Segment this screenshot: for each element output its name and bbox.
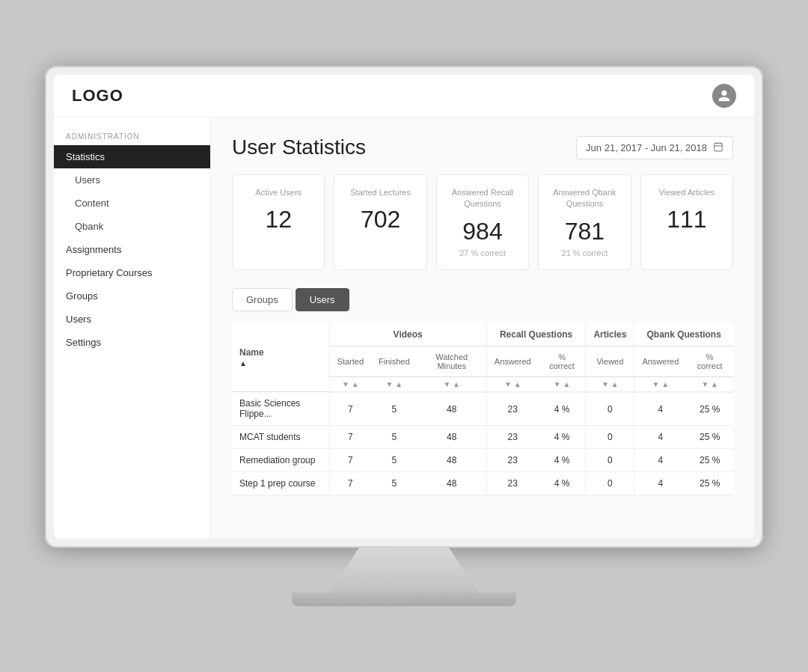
stat-value-4: 111: [653, 206, 720, 233]
logo: LOGO: [72, 86, 123, 106]
sidebar-item-settings[interactable]: Settings: [54, 331, 210, 354]
stats-row: Active Users 12 Started Lectures 702 Ans…: [232, 174, 733, 270]
row-qb-correct-1: 25 %: [686, 426, 733, 449]
row-name-3: Step 1 prep course: [232, 472, 329, 495]
data-table: Name ▲ Videos Recall Questions Articles …: [232, 323, 733, 496]
sidebar-item-assignments[interactable]: Assignments: [54, 238, 210, 261]
sort-rq-answered[interactable]: ▼ ▲: [486, 376, 538, 392]
col-header-watched: Watched Minutes: [417, 346, 487, 376]
stat-card-started-lectures: Started Lectures 702: [334, 174, 426, 270]
col-header-qb-answered: Answered: [634, 346, 686, 376]
sort-finished[interactable]: ▼ ▲: [371, 376, 417, 392]
page-header: User Statistics Jun 21, 2017 - Jun 21, 2…: [232, 135, 733, 159]
row-rq-correct-3: 4 %: [539, 472, 586, 495]
row-qb-answered-2: 4: [634, 449, 686, 472]
col-header-art-viewed: Viewed: [586, 346, 634, 376]
col-header-started: Started: [329, 346, 371, 376]
row-v-finished-0: 5: [371, 392, 417, 426]
stat-sub-3: 21 % correct: [551, 248, 618, 257]
stat-card-viewed-articles: Viewed Articles 111: [640, 174, 733, 270]
stat-value-0: 12: [245, 206, 312, 233]
stat-card-qbank-questions: Answered Qbank Questions 781 21 % correc…: [538, 174, 631, 270]
app-body: ADMINISTRATION Statistics Users Content …: [54, 117, 754, 539]
row-v-finished-3: 5: [371, 472, 417, 495]
tab-users[interactable]: Users: [296, 288, 349, 311]
row-art-viewed-0: 0: [586, 392, 634, 426]
stat-value-3: 781: [551, 218, 618, 245]
sidebar-item-qbank[interactable]: Qbank: [54, 215, 210, 238]
row-rq-answered-3: 23: [486, 472, 538, 495]
stat-card-active-users: Active Users 12: [232, 174, 325, 270]
col-header-rq-correct: % correct: [539, 346, 586, 376]
sidebar-section-label: ADMINISTRATION: [54, 123, 210, 145]
sidebar-item-users[interactable]: Users: [54, 168, 210, 192]
date-range-selector[interactable]: Jun 21, 2017 - Jun 21, 2018: [576, 136, 733, 159]
stat-value-1: 702: [346, 206, 414, 233]
row-v-started-0: 7: [329, 392, 371, 426]
stat-card-recall-questions: Answered Recall Questions 984 27 % corre…: [436, 174, 529, 270]
stat-label-3: Answered Qbank Questions: [551, 187, 618, 210]
svg-rect-0: [714, 143, 723, 151]
row-rq-correct-0: 4 %: [539, 392, 586, 426]
sidebar-item-groups[interactable]: Groups: [54, 284, 210, 308]
main-content: User Statistics Jun 21, 2017 - Jun 21, 2…: [211, 117, 754, 539]
col-group-articles: Articles: [586, 323, 634, 346]
stat-label-1: Started Lectures: [346, 187, 414, 198]
sort-rq-correct[interactable]: ▼ ▲: [539, 376, 586, 392]
row-rq-answered-1: 23: [486, 426, 538, 449]
page-title: User Statistics: [232, 135, 366, 159]
row-qb-correct-0: 25 %: [686, 392, 733, 426]
row-rq-answered-2: 23: [486, 449, 538, 472]
date-range-text: Jun 21, 2017 - Jun 21, 2018: [586, 142, 707, 153]
col-header-qb-correct: % correct: [686, 346, 733, 376]
calendar-icon: [713, 141, 723, 154]
stat-sub-2: 27 % correct: [449, 248, 516, 257]
sidebar-item-proprietary-courses[interactable]: Proprietary Courses: [54, 261, 210, 284]
sort-qb-correct[interactable]: ▼ ▲: [686, 376, 733, 392]
row-art-viewed-2: 0: [586, 449, 634, 472]
sort-arrow-name[interactable]: ▲: [239, 359, 247, 367]
sidebar: ADMINISTRATION Statistics Users Content …: [54, 117, 211, 539]
sidebar-item-users2[interactable]: Users: [54, 308, 210, 331]
row-v-started-1: 7: [329, 426, 371, 449]
row-qb-answered-0: 4: [634, 392, 686, 426]
table-row: Basic Sciences Flippe... 7 5 48 23 4 % 0…: [232, 392, 733, 426]
col-group-qbank: Qbank Questions: [634, 323, 733, 346]
stat-label-4: Viewed Articles: [653, 187, 720, 198]
col-header-rq-answered: Answered: [486, 346, 538, 376]
monitor-stand: [329, 548, 479, 593]
row-v-started-3: 7: [329, 472, 371, 495]
row-v-finished-2: 5: [371, 449, 417, 472]
sort-art-viewed[interactable]: ▼ ▲: [586, 376, 634, 392]
row-rq-correct-1: 4 %: [539, 426, 586, 449]
sort-started[interactable]: ▼ ▲: [329, 376, 371, 392]
app-header: LOGO: [54, 75, 754, 117]
row-name-2: Remediation group: [232, 449, 329, 472]
row-rq-answered-0: 23: [486, 392, 538, 426]
tab-groups[interactable]: Groups: [232, 288, 293, 311]
row-v-watched-0: 48: [417, 392, 487, 426]
table-row: Remediation group 7 5 48 23 4 % 0 4 25 %: [232, 449, 733, 472]
row-qb-answered-1: 4: [634, 426, 686, 449]
row-qb-correct-2: 25 %: [686, 449, 733, 472]
stat-label-0: Active Users: [245, 187, 312, 198]
row-rq-correct-2: 4 %: [539, 449, 586, 472]
table-row: MCAT students 7 5 48 23 4 % 0 4 25 %: [232, 426, 733, 449]
sort-qb-answered[interactable]: ▼ ▲: [634, 376, 686, 392]
row-art-viewed-3: 0: [586, 472, 634, 495]
stat-value-2: 984: [449, 218, 516, 245]
col-group-videos: Videos: [329, 323, 486, 346]
sidebar-item-statistics[interactable]: Statistics: [54, 145, 210, 168]
monitor-base: [292, 593, 516, 606]
table-row: Step 1 prep course 7 5 48 23 4 % 0 4 25 …: [232, 472, 733, 495]
row-v-watched-3: 48: [417, 472, 487, 495]
row-qb-answered-3: 4: [634, 472, 686, 495]
tabs-row: Groups Users: [232, 288, 733, 311]
row-qb-correct-3: 25 %: [686, 472, 733, 495]
row-art-viewed-1: 0: [586, 426, 634, 449]
col-header-finished: Finished: [371, 346, 417, 376]
sidebar-item-content[interactable]: Content: [54, 192, 210, 215]
sort-watched[interactable]: ▼ ▲: [417, 376, 487, 392]
row-v-watched-2: 48: [417, 449, 487, 472]
user-avatar[interactable]: [712, 84, 736, 108]
